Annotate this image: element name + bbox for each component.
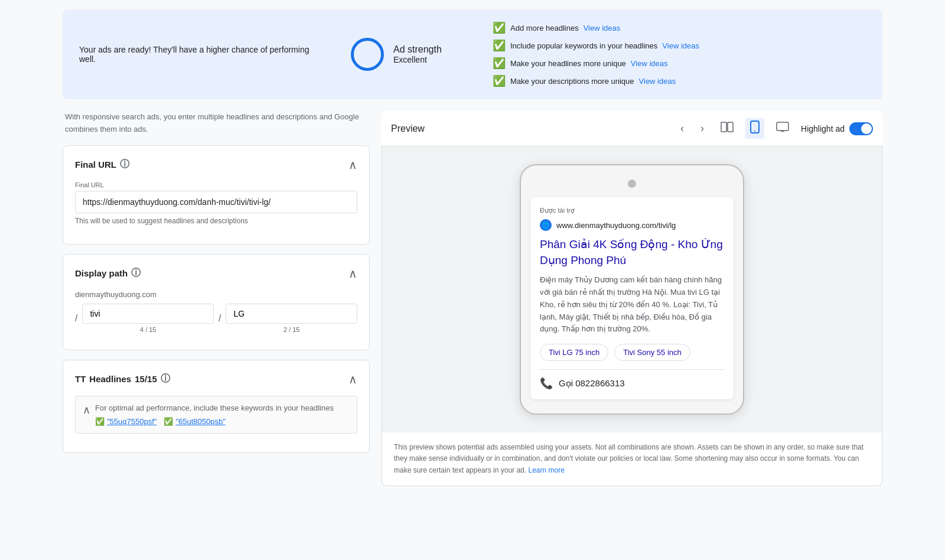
headlines-help-icon[interactable]: ⓘ — [161, 373, 170, 385]
tip-4-text: Make your descriptions more unique — [510, 77, 634, 86]
left-panel-info: With responsive search ads, you enter mu… — [63, 111, 370, 136]
svg-rect-1 — [728, 122, 733, 132]
split-view-button[interactable] — [716, 119, 738, 138]
final-url-chevron[interactable]: ∧ — [348, 158, 357, 172]
display-path-domain: dienmaythuyduong.com — [75, 290, 357, 299]
learn-more-link[interactable]: Learn more — [528, 466, 564, 474]
tt-icon: TT — [75, 374, 86, 384]
keywords-hint: ∧ For optimal ad performance, include th… — [75, 396, 357, 434]
tip-2-text: Include popular keywords in your headlin… — [510, 41, 657, 50]
svg-rect-4 — [777, 122, 788, 131]
headlines-card: TT Headlines 15/15 ⓘ ∧ ∧ For optimal ad … — [63, 360, 370, 453]
keyword-check-2: ✅ — [164, 417, 173, 426]
headlines-chevron[interactable]: ∧ — [348, 372, 357, 386]
path-separator-2: / — [219, 313, 221, 324]
headlines-header: TT Headlines 15/15 ⓘ ∧ — [75, 372, 357, 386]
prev-button[interactable]: ‹ — [676, 120, 689, 137]
keyword-check-1: ✅ — [95, 417, 105, 426]
path2-input[interactable] — [226, 304, 357, 324]
keyword-chip-1-text[interactable]: "55uq7550psf" — [107, 417, 157, 426]
check-icon-4: ✅ — [493, 74, 506, 87]
tip-1: ✅ Add more headlines View ideas — [493, 21, 866, 34]
ad-domain-row: 🌐 www.dienmaythuyduong.com/tivi/lg — [540, 219, 724, 231]
ad-strength-label: Ad strength — [393, 44, 442, 55]
next-button[interactable]: › — [696, 120, 709, 137]
check-icon-3: ✅ — [493, 57, 506, 70]
view-ideas-4[interactable]: View ideas — [639, 77, 676, 86]
ad-strength-value: Excellent — [393, 55, 442, 64]
svg-rect-0 — [721, 122, 726, 132]
desktop-view-button[interactable] — [771, 119, 794, 138]
tip-4: ✅ Make your descriptions more unique Vie… — [493, 74, 866, 87]
ad-sponsored: Được tài trợ — [540, 207, 724, 214]
final-url-help-icon[interactable]: ⓘ — [120, 158, 129, 171]
tip-3: ✅ Make your headlines more unique View i… — [493, 57, 866, 70]
final-url-label: Final URL — [75, 181, 357, 188]
headlines-title-text: Headlines — [89, 374, 131, 384]
ad-call-row: 📞 Gọi 0822866313 — [540, 369, 724, 390]
svg-point-3 — [754, 131, 755, 132]
keyword-chip-2-text[interactable]: "65ut8050psb" — [175, 417, 225, 426]
banner-message-text: Your ads are ready! They'll have a highe… — [79, 45, 309, 64]
preview-body: Được tài trợ 🌐 www.dienmaythuyduong.com/… — [382, 146, 882, 432]
display-path-card: Display path ⓘ ∧ dienmaythuyduong.com / … — [63, 254, 370, 350]
top-banner: Your ads are ready! They'll have a highe… — [63, 9, 882, 99]
right-panel: Preview ‹ › — [382, 111, 882, 486]
highlight-ad-label: Highlight ad — [801, 124, 845, 134]
main-content: With responsive search ads, you enter mu… — [63, 111, 882, 486]
ad-card: Được tài trợ 🌐 www.dienmaythuyduong.com/… — [530, 197, 734, 399]
display-path-header: Display path ⓘ ∧ — [75, 266, 357, 281]
headlines-count: 15/15 — [135, 374, 157, 384]
final-url-input[interactable] — [75, 191, 357, 213]
display-path-help-icon[interactable]: ⓘ — [131, 267, 141, 279]
final-url-hint: This will be used to suggest headlines a… — [75, 217, 357, 225]
ad-description: Điện máy Thủy Dương cam kết bán hàng chí… — [540, 274, 724, 336]
view-ideas-2[interactable]: View ideas — [662, 41, 699, 50]
preview-footer: This preview shows potential ads assembl… — [382, 432, 882, 486]
sitelink-1[interactable]: Tivi LG 75 inch — [540, 344, 608, 361]
phone-notch — [628, 180, 636, 188]
ad-strength-text: Ad strength Excellent — [393, 44, 442, 64]
path2-wrap: 2 / 15 — [226, 304, 357, 333]
view-ideas-3[interactable]: View ideas — [631, 59, 668, 68]
keywords-hint-content: For optimal ad performance, include thes… — [95, 403, 334, 426]
banner-message: Your ads are ready! They'll have a highe… — [79, 45, 327, 64]
ad-headline[interactable]: Phân Giải 4K Sống Động - Kho Ứng Dụng Ph… — [540, 237, 724, 268]
preview-header: Preview ‹ › — [382, 111, 882, 146]
display-path-chevron[interactable]: ∧ — [348, 266, 357, 281]
sitelink-2[interactable]: Tivi Sony 55 inch — [614, 344, 690, 361]
call-number: Gọi 0822866313 — [559, 378, 625, 389]
left-panel: With responsive search ads, you enter mu… — [63, 111, 370, 486]
keywords-hint-text: For optimal ad performance, include thes… — [95, 403, 334, 412]
highlight-toggle: Highlight ad — [801, 122, 873, 135]
final-url-card: Final URL ⓘ ∧ Final URL This will be use… — [63, 145, 370, 245]
highlight-ad-toggle[interactable] — [849, 122, 873, 135]
path-separator-1: / — [75, 313, 77, 324]
mobile-view-button[interactable] — [745, 118, 764, 139]
preview-title: Preview — [391, 123, 425, 134]
ad-domain: www.dienmaythuyduong.com/tivi/lg — [556, 221, 676, 230]
path2-counter: 2 / 15 — [284, 326, 300, 333]
check-icon-2: ✅ — [493, 39, 506, 52]
keyword-chip-1: ✅ "55uq7550psf" — [95, 417, 157, 426]
view-ideas-1[interactable]: View ideas — [584, 24, 621, 32]
headlines-title: TT Headlines 15/15 ⓘ — [75, 373, 170, 385]
banner-tips: ✅ Add more headlines View ideas ✅ Includ… — [493, 21, 866, 87]
final-url-title-text: Final URL — [75, 159, 116, 170]
final-url-header: Final URL ⓘ ∧ — [75, 158, 357, 172]
globe-icon: 🌐 — [540, 219, 552, 231]
preview-controls: ‹ › — [676, 118, 873, 139]
tip-2: ✅ Include popular keywords in your headl… — [493, 39, 866, 52]
final-url-input-group: Final URL This will be used to suggest h… — [75, 181, 357, 225]
collapse-icon[interactable]: ∧ — [83, 403, 90, 416]
display-path-title: Display path ⓘ — [75, 267, 141, 279]
path-row: / 4 / 15 / 2 / 15 — [75, 304, 357, 333]
tip-3-text: Make your headlines more unique — [510, 59, 626, 68]
path1-wrap: 4 / 15 — [82, 304, 214, 333]
ad-sitelinks: Tivi LG 75 inch Tivi Sony 55 inch — [540, 344, 724, 361]
preview-footer-text: This preview shows potential ads assembl… — [394, 443, 863, 474]
path1-input[interactable] — [82, 304, 214, 324]
path1-counter: 4 / 15 — [140, 326, 157, 333]
keyword-chips: ✅ "55uq7550psf" ✅ "65ut8050psb" — [95, 417, 334, 426]
phone-icon: 📞 — [540, 377, 553, 390]
